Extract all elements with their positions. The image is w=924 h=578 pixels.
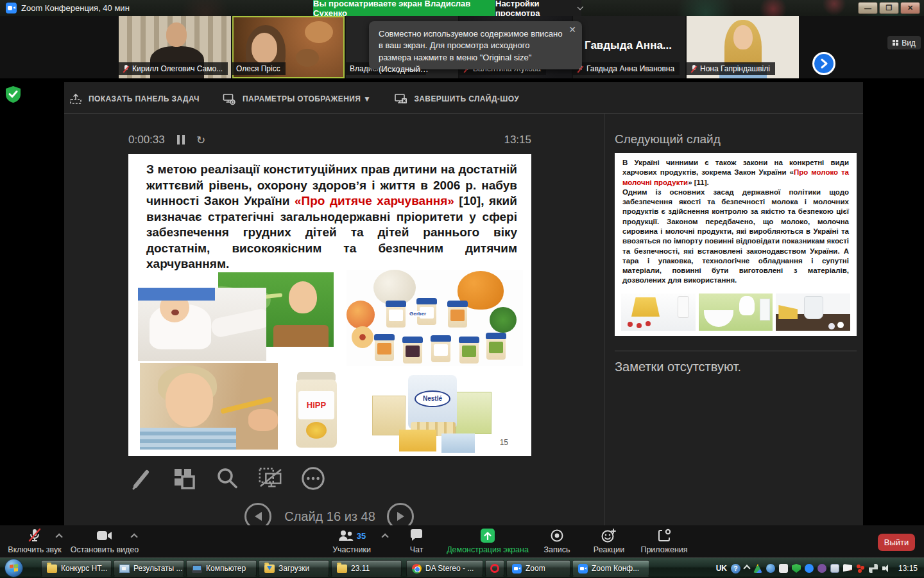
taskbar-item-folder-2[interactable]: 23.11 (331, 560, 402, 577)
participant-tile[interactable]: Кирилл Олегович Само... (119, 16, 231, 78)
action-center-flag-icon[interactable] (843, 564, 852, 573)
taskbar-item-downloads[interactable]: Загрузки (259, 560, 329, 577)
volume-icon[interactable] (882, 564, 891, 573)
notes-divider (615, 351, 857, 351)
notification-text: Совместно используемое содержимое вписан… (379, 29, 562, 74)
stop-video-button[interactable]: Остановить видео (69, 528, 140, 554)
tray-clock[interactable]: 13:15 (898, 564, 918, 573)
pen-tool-button[interactable] (128, 464, 154, 493)
participant-tile-no-video[interactable]: Гавдыда Анна... Гавдыда Анна Ивановна (573, 16, 685, 78)
chevron-down-icon (578, 4, 583, 10)
zoom-slide-button[interactable] (214, 464, 240, 493)
more-options-button[interactable] (300, 464, 326, 493)
black-screen-button[interactable] (257, 464, 283, 493)
next-slide-button[interactable] (387, 503, 414, 525)
antivirus-shield-icon[interactable] (792, 564, 801, 573)
minimize-button[interactable]: — (858, 2, 878, 14)
windows-switcher-icon[interactable] (830, 564, 839, 573)
participants-icon (338, 529, 354, 542)
apps-icon (657, 529, 671, 543)
leave-meeting-button[interactable]: Выйти (878, 534, 915, 551)
view-layout-button[interactable]: Вид (887, 36, 921, 49)
participant-name-label: Олеся Прісс (232, 62, 286, 75)
dairy-image-cheese (621, 293, 696, 331)
zoom-icon (512, 564, 522, 574)
downloads-folder-icon (264, 565, 275, 573)
participants-button[interactable]: 35 Участники (324, 528, 379, 554)
close-button[interactable]: ✕ (900, 2, 920, 14)
pen-tool-icon (129, 466, 153, 491)
share-screen-button[interactable]: Демонстрация экрана (446, 528, 529, 554)
video-camera-icon (96, 530, 113, 541)
taskbar-item-zoom[interactable]: Zoom (506, 560, 570, 577)
more-options-icon (300, 465, 326, 492)
taskbar-item-opera[interactable] (485, 560, 504, 577)
share-screen-icon (481, 529, 495, 543)
meeting-controls-bar: Включить звук Остановить видео (0, 525, 924, 557)
zoom-icon (578, 564, 588, 574)
viber-icon[interactable] (817, 564, 826, 573)
participant-display-name: Гавдыда Анна... (585, 39, 672, 52)
restore-button[interactable]: ❐ (879, 2, 899, 14)
slide-image-hipp-jar: HiPP (292, 369, 341, 451)
participant-tile[interactable]: Нона Гапріндашвілі (687, 16, 799, 78)
document-icon (119, 565, 130, 573)
chat-button[interactable]: Чат (399, 528, 434, 554)
taskbar-item-results[interactable]: Результаты ... (114, 560, 184, 577)
taskbar-item-folder-1[interactable]: Конкурс НТ... (41, 560, 112, 577)
next-slide-paragraph-2: Одним із основних засад державної політи… (622, 188, 849, 286)
computer-icon (192, 565, 202, 573)
participants-options-chevron[interactable] (381, 533, 388, 540)
view-settings-button[interactable]: Настройки просмотра (495, 0, 581, 16)
start-button[interactable] (4, 559, 23, 577)
slide-timer: 0:00:33 (128, 134, 165, 146)
drive-icon[interactable] (753, 564, 762, 573)
slide-highlight-red: «Про дитяче харчування» (295, 194, 454, 207)
gerber-brand-label: Gerber (408, 311, 427, 317)
show-taskbar-icon (69, 93, 82, 105)
display-options-button[interactable]: ПАРАМЕТРЫ ОТОБРАЖЕНИЯ ▼ (223, 93, 371, 105)
language-indicator[interactable]: UK (716, 564, 727, 573)
slide-image-baby-closeup (140, 363, 278, 450)
dairy-image-cottage-cheese (699, 293, 773, 331)
restart-timer-icon[interactable]: ↻ (196, 134, 205, 147)
notes-text: Заметки отсутствуют. (615, 360, 741, 374)
chat-icon (409, 529, 424, 542)
slide-page-number: 15 (500, 438, 508, 447)
show-taskbar-button[interactable]: ПОКАЗАТЬ ПАНЕЛЬ ЗАДАЧ (69, 93, 200, 105)
reactions-button[interactable]: Реакции (588, 528, 629, 554)
view-settings-label: Настройки просмотра (495, 0, 574, 18)
slide-image-gerber-products: Gerber (346, 270, 523, 366)
help-icon[interactable]: ? (731, 564, 740, 574)
taskbar-item-computer[interactable]: Компьютер (186, 560, 257, 577)
end-slideshow-button[interactable]: ЗАВЕРШИТЬ СЛАЙД-ШОУ (394, 93, 519, 105)
next-slide-preview: В Україні чинними є також закони на конк… (615, 153, 857, 336)
zoom-tray-icon[interactable] (805, 564, 814, 573)
nestle-brand-label: Nestlé (423, 395, 442, 402)
browser-icon[interactable] (766, 564, 775, 573)
next-participants-button[interactable] (812, 52, 835, 75)
taskbar-item-chrome[interactable]: DA Stereo - ... (406, 560, 483, 577)
tray-expand-icon[interactable] (743, 565, 750, 572)
taskbar-item-zoom-meeting[interactable]: Zoom Конф... (572, 560, 649, 577)
device-icon[interactable] (779, 564, 788, 573)
see-all-slides-button[interactable] (171, 464, 197, 493)
slide-image-nestle-products: Nestlé (371, 372, 492, 453)
grid-view-icon (893, 40, 898, 46)
participant-tile-active-speaker[interactable]: Олеся Прісс (232, 16, 345, 78)
windows-logo-icon (10, 564, 18, 572)
see-all-slides-icon (171, 466, 197, 491)
slide-image-baby-highchair (138, 288, 266, 361)
title-bar: Zoom Конференция, 40 мин Вы просматривае… (0, 0, 924, 16)
next-slide-paragraph-1: В Україні чинними є також закони на конк… (622, 158, 849, 188)
network-icon[interactable] (869, 564, 878, 573)
record-button[interactable]: Запись (538, 528, 576, 554)
pause-timer-icon[interactable] (177, 135, 185, 144)
app-title: Zoom Конференция, 40 мин (21, 3, 130, 13)
close-icon[interactable]: ✕ (569, 25, 576, 34)
apps-button[interactable]: Приложения (637, 528, 691, 554)
status-dots-icon[interactable] (856, 564, 865, 573)
unmute-button[interactable]: Включить звук (4, 528, 65, 554)
opera-icon (490, 564, 499, 573)
security-shield-icon[interactable] (4, 85, 22, 103)
